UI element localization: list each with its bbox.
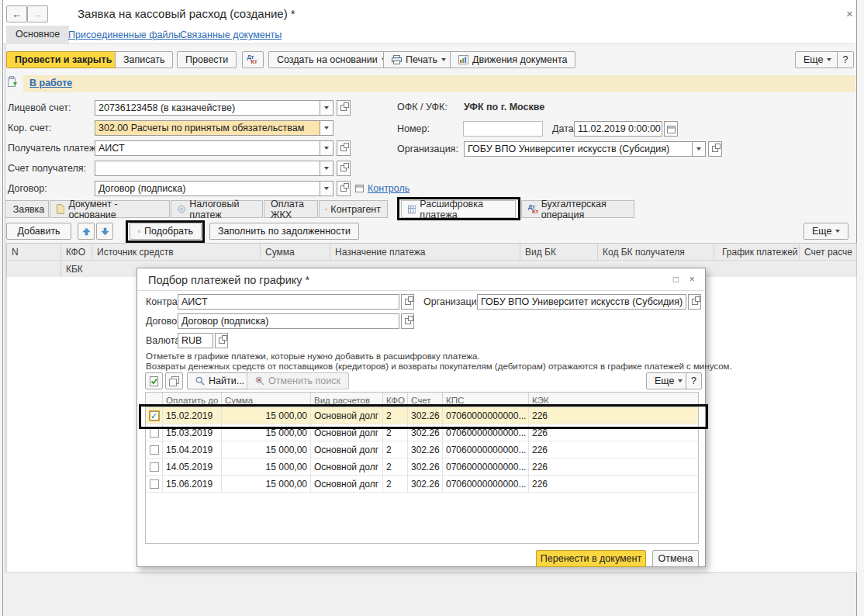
corr-account-field[interactable]: 302.00 Расчеты по принятым обязательства… xyxy=(95,120,320,136)
transfer-to-document-button[interactable]: Перенести в документ xyxy=(536,550,646,567)
dlg-counterparty-field[interactable]: АИСТ xyxy=(178,294,399,310)
cancel-button[interactable]: Отмена xyxy=(652,550,699,567)
col-payment-schedule[interactable]: График платежей xyxy=(714,244,800,260)
help-button[interactable]: ? xyxy=(837,51,854,68)
schedule-row[interactable]: 14.05.2019 15 000,00 Основной долг 2 302… xyxy=(146,459,698,476)
save-button[interactable]: Записать xyxy=(115,51,173,68)
fill-by-debt-button[interactable]: Заполнить по задолженности xyxy=(209,223,359,240)
personal-account-field[interactable]: 20736123458 (в казначействе) xyxy=(95,100,320,116)
schedule-row[interactable]: ✓ 15.02.2019 15 000,00 Основной долг 2 3… xyxy=(146,407,698,424)
section-more-button[interactable]: Еще xyxy=(804,223,848,240)
print-button[interactable]: Печать xyxy=(383,51,454,68)
row-checkbox[interactable] xyxy=(150,428,159,438)
col-source[interactable]: Источник средств xyxy=(92,244,261,260)
contract-dropdown[interactable] xyxy=(320,181,334,196)
col-amount[interactable]: Сумма xyxy=(222,393,311,407)
tab-utilities[interactable]: Оплата ЖКХ xyxy=(264,200,318,218)
col-bk-kind[interactable]: Вид БК xyxy=(520,244,598,260)
check-all-button[interactable] xyxy=(145,372,163,389)
organization-open-button[interactable] xyxy=(708,141,722,157)
dialog-close-icon[interactable]: × xyxy=(689,273,695,285)
col-bk-code[interactable]: Код БК получателя xyxy=(598,244,714,260)
control-link[interactable]: Контроль xyxy=(368,183,410,194)
create-based-on-button[interactable]: Создать на основании xyxy=(268,51,395,68)
move-down-button[interactable] xyxy=(96,223,113,240)
tab-request[interactable]: Заявка xyxy=(5,200,49,218)
tab-tax-payment[interactable]: Налоговый платеж xyxy=(171,200,263,218)
payee-field[interactable]: АИСТ xyxy=(95,140,320,156)
date-field[interactable]: 11.02.2019 0:00:00 xyxy=(574,121,662,137)
tab-counterparty[interactable]: Контрагент xyxy=(319,200,388,218)
move-up-button[interactable] xyxy=(78,223,95,240)
tab-attached-files[interactable]: Присоединенные файлы xyxy=(68,29,181,40)
col-account[interactable]: Счет xyxy=(408,393,443,407)
status-link[interactable]: В работе xyxy=(29,78,72,88)
row-checkbox[interactable] xyxy=(150,445,159,455)
restore-icon[interactable]: □ xyxy=(673,274,679,285)
dlg-org-open-button[interactable] xyxy=(688,294,701,310)
payee-account-field[interactable] xyxy=(95,161,320,176)
col-settlement-kind[interactable]: Вид расчетов xyxy=(311,393,383,407)
organization-dropdown[interactable] xyxy=(693,141,706,157)
cell-account: 302.26 xyxy=(408,441,443,458)
pick-button[interactable]: Подобрать xyxy=(130,223,202,240)
contract-field[interactable]: Договор (подписка) xyxy=(95,181,320,196)
tab-base-document[interactable]: Документ - основание xyxy=(50,200,170,218)
uncheck-all-button[interactable] xyxy=(165,372,183,389)
dlg-contract-open-button[interactable] xyxy=(401,313,414,329)
schedule-row[interactable]: 15.03.2019 15 000,00 Основной долг 2 302… xyxy=(146,424,698,441)
col-pay-until[interactable]: Оплатить до xyxy=(163,393,222,407)
organization-field[interactable]: ГОБУ ВПО Университет искусств (Субсидия) xyxy=(464,141,693,157)
find-button[interactable]: Найти... xyxy=(187,372,253,389)
col-settlement-account[interactable]: Счет расче xyxy=(800,244,856,260)
tab-payment-breakdown[interactable]: Расшифровка платежа xyxy=(401,200,516,218)
col-kek[interactable]: КЭК xyxy=(529,393,698,407)
dlg-currency-open-button[interactable] xyxy=(215,333,228,348)
dlg-org-field[interactable]: ГОБУ ВПО Университет искусств (Субсидия) xyxy=(477,294,686,310)
col-n[interactable]: N xyxy=(7,244,61,260)
tab-accounting-operation-label: Бухгалтерская операция xyxy=(541,199,627,220)
row-checkbox[interactable] xyxy=(150,462,159,472)
add-button[interactable]: Добавить xyxy=(6,223,71,240)
schedule-row[interactable]: 15.04.2019 15 000,00 Основной долг 2 302… xyxy=(146,441,698,459)
contract-open-button[interactable] xyxy=(337,181,351,196)
payee-account-dropdown[interactable] xyxy=(320,161,334,176)
schedule-row[interactable]: 15.06.2019 15 000,00 Основной долг 2 302… xyxy=(146,476,698,493)
dlg-counterparty-open-button[interactable] xyxy=(401,294,414,310)
date-calendar-button[interactable] xyxy=(664,121,678,137)
col-kps[interactable]: КПС xyxy=(443,393,529,407)
payee-account-open-button[interactable] xyxy=(337,161,351,176)
personal-account-open-button[interactable] xyxy=(337,100,351,116)
post-and-close-button[interactable]: Провести и закрыть xyxy=(6,51,120,68)
post-button[interactable]: Провести xyxy=(177,51,237,68)
toolbar-more-button[interactable]: Еще xyxy=(795,51,840,68)
personal-account-dropdown[interactable] xyxy=(320,100,334,116)
col-purpose[interactable]: Назначение платежа xyxy=(330,244,520,260)
cancel-search-button[interactable]: Отменить поиск xyxy=(247,372,349,389)
copy-icon xyxy=(169,376,179,386)
corr-account-dropdown[interactable] xyxy=(320,120,334,136)
tab-accounting-operation[interactable]: Дт Кт Бухгалтерская операция xyxy=(521,200,634,218)
close-icon[interactable]: × xyxy=(846,7,853,20)
number-field[interactable] xyxy=(463,121,543,137)
col-kfo2[interactable]: КФО xyxy=(383,393,408,407)
row-checkbox[interactable] xyxy=(150,479,159,489)
tab-main[interactable]: Основное xyxy=(6,26,69,44)
search-icon xyxy=(195,376,205,386)
dtkt-button[interactable]: Дт Кт xyxy=(242,51,264,68)
payee-dropdown[interactable] xyxy=(320,140,334,156)
tab-related-documents[interactable]: Связанные документы xyxy=(180,29,282,40)
dlg-help-button[interactable]: ? xyxy=(686,372,702,389)
cell-account: 302.26 xyxy=(408,424,443,441)
dlg-contract-field[interactable]: Договор (подписка) xyxy=(178,313,399,329)
col-sum[interactable]: Сумма xyxy=(261,244,330,260)
dlg-more-button[interactable]: Еще xyxy=(646,372,691,389)
col-kfo[interactable]: КФО xyxy=(61,244,92,260)
kt-label: Кт xyxy=(251,58,257,65)
row-checkbox[interactable]: ✓ xyxy=(150,411,159,420)
payee-open-button[interactable] xyxy=(337,140,351,156)
nav-back-button[interactable]: ← xyxy=(6,5,27,22)
nav-forward-button[interactable]: → xyxy=(27,5,48,22)
dlg-currency-field[interactable]: RUB xyxy=(178,333,213,348)
movements-button[interactable]: Движения документа xyxy=(450,51,575,68)
